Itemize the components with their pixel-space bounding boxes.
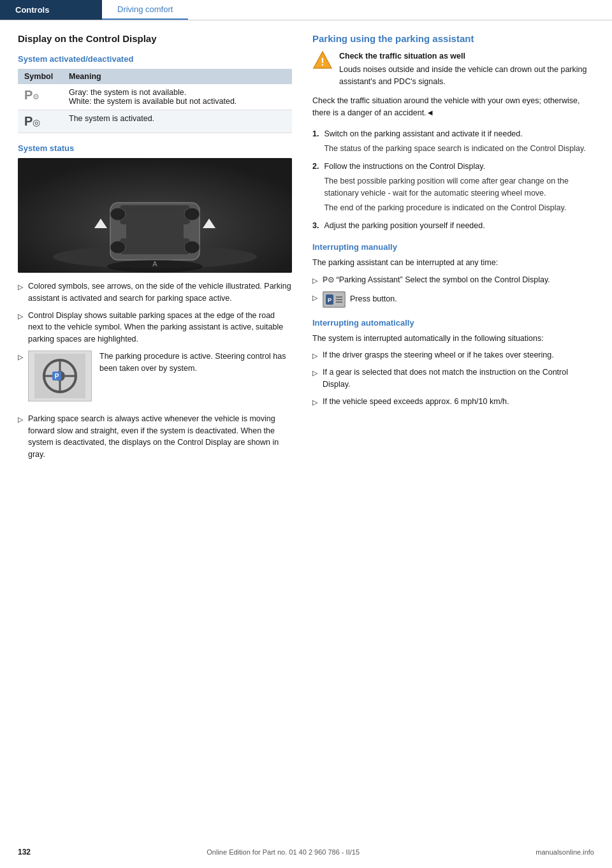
manual-bullets-list: ▷ P⊙ “Parking Assistant” Select the symb… [312,274,594,308]
interrupting-auto-title: Interrupting automatically [312,318,594,328]
step-1: 1. Switch on the parking assistant and a… [312,128,594,155]
warning-body-text: Louds noises outside and inside the vehi… [339,65,586,86]
svg-text:!: ! [321,57,324,68]
svg-rect-5 [126,212,184,247]
arrow-icon-1: ▷ [18,282,23,293]
procedure-text: The parking procedure is active. Steerin… [99,351,292,401]
interrupting-manually-text: The parking assistant can be interrupted… [312,257,594,269]
bullet-text-2: Control Display shows suitable parking s… [28,310,292,345]
right-column: Parking using the parking assistant ! Ch… [312,33,594,468]
step-num-1: 1. [312,128,319,140]
manual-bullet-2-content: P Press button. [323,291,397,308]
step-3: 3. Adjust the parking position yourself … [312,220,594,232]
interrupting-manually-title: Interrupting manually [312,242,594,252]
procedure-inline: P The parking procedure is active. Steer… [28,351,292,401]
svg-point-8 [110,241,126,254]
step-num-3: 3. [312,220,319,232]
circle-icon: ◎ [33,117,40,127]
step-2-sub2: The end of the parking procedure is indi… [324,202,594,214]
step-2-content: Follow the instructions on the Control D… [324,161,594,213]
manual-bullet-text-1: P⊙ “Parking Assistant” Select the symbol… [323,274,550,286]
warning-bold-text: Check the traffic situation as well [339,50,594,62]
p-circle-icon: P [24,114,33,128]
watermark-text: manualsonline.info [536,848,594,856]
check-traffic-text: Check the traffic situation around the v… [312,95,594,119]
steps-list: 1. Switch on the parking assistant and a… [312,128,594,232]
steering-wheel-img: P [28,351,92,401]
symbol-cell-2: P◎ [18,110,62,133]
meaning-cell-2: The system is activated. [62,110,292,133]
svg-point-9 [184,241,200,254]
footer: 132 Online Edition for Part no. 01 40 2 … [0,848,612,857]
bullet-list: ▷ Colored symbols, see arrows, on the si… [18,280,292,461]
svg-point-6 [110,208,126,221]
list-item: ▷ Colored symbols, see arrows, on the si… [18,280,292,305]
svg-text:P: P [328,297,332,303]
meaning-line2: White: the system is available but not a… [69,97,237,106]
warning-box: ! Check the traffic situation as well Lo… [312,50,594,87]
svg-text:P: P [55,373,59,380]
col-symbol: Symbol [18,69,62,84]
interrupting-auto-text: The system is interrupted automatically … [312,333,594,345]
step-num-2: 2. [312,161,319,173]
bullet-text-4: Parking space search is always active wh… [28,413,292,461]
arrow-icon-a1: ▷ [312,351,317,361]
steering-wheel-icon: P [34,354,85,398]
manual-b2-text: Press button. [350,294,397,303]
edition-text: Online Edition for Part no. 01 40 2 960 … [207,848,360,856]
manual-bullet-1: ▷ P⊙ “Parking Assistant” Select the symb… [312,274,594,286]
table-row: P⚙ Gray: the system is not available. Wh… [18,84,292,110]
svg-text:A: A [152,260,157,268]
left-column: Display on the Control Display System ac… [18,33,292,468]
symbol-meaning-table: Symbol Meaning P⚙ Gray: the system is no… [18,69,292,133]
p-gear-icon: P [24,88,33,102]
system-activated-title: System activated/deactivated [18,54,292,64]
arrow-icon-a3: ▷ [312,397,317,408]
table-row: P◎ The system is activated. [18,110,292,133]
page-body: Display on the Control Display System ac… [0,20,612,507]
step-1-main: Switch on the parking assistant and acti… [324,128,585,140]
nav-controls[interactable]: Controls [0,0,102,20]
main-title: Display on the Control Display [18,33,292,44]
car-illustration: A [18,158,292,273]
step-3-content: Adjust the parking position yourself if … [324,220,484,232]
meaning-line3: The system is activated. [69,114,154,123]
auto-bullets-list: ▷ If the driver grasps the steering whee… [312,349,594,407]
parking-title: Parking using the parking assistant [312,33,594,44]
gear-icon: ⚙ [33,92,40,101]
step-2: 2. Follow the instructions on the Contro… [312,161,594,213]
arrow-icon-4: ▷ [18,414,23,425]
arrow-icon-m2: ▷ [312,293,317,303]
auto-bullet-text-2: If a gear is selected that does not matc… [323,366,594,391]
auto-bullet-2: ▷ If a gear is selected that does not ma… [312,366,594,391]
list-item: ▷ P [18,351,292,408]
auto-bullet-1: ▷ If the driver grasps the steering whee… [312,349,594,361]
warning-triangle-icon: ! [312,50,333,71]
nav-driving[interactable]: Driving comfort [102,0,188,20]
step-2-main: Follow the instructions on the Control D… [324,161,594,173]
bullet-text-1: Colored symbols, see arrows, on the side… [28,280,292,305]
step-2-sub1: The best possible parking position will … [324,175,594,199]
arrow-icon-2: ▷ [18,311,23,322]
auto-bullet-3: ▷ If the vehicle speed exceeds approx. 6… [312,396,594,408]
p-symbol-inline: P⊙ [323,275,334,284]
page-number: 132 [18,848,31,857]
meaning-cell-1: Gray: the system is not available. White… [62,84,292,110]
table-header-row: Symbol Meaning [18,69,292,84]
step-1-sub: The status of the parking space search i… [324,143,585,155]
list-item: ▷ Parking space search is always active … [18,413,292,461]
arrow-icon-3: ▷ [18,352,23,363]
top-nav: Controls Driving comfort [0,0,612,20]
manual-b1-text: “Parking Assistant” Select the symbol on… [337,275,550,284]
arrow-icon-m1: ▷ [312,275,317,286]
auto-bullet-text-3: If the vehicle speed exceeds approx. 6 m… [323,396,509,408]
step-1-content: Switch on the parking assistant and acti… [324,128,585,155]
car-image: A [18,158,292,273]
system-status-title: System status [18,143,292,153]
svg-point-7 [184,208,200,221]
warning-content: Check the traffic situation as well Loud… [339,50,594,87]
col-meaning: Meaning [62,69,292,84]
arrow-icon-a2: ▷ [312,368,317,379]
meaning-line1: Gray: the system is not available. [69,88,186,97]
step-3-main: Adjust the parking position yourself if … [324,220,484,232]
